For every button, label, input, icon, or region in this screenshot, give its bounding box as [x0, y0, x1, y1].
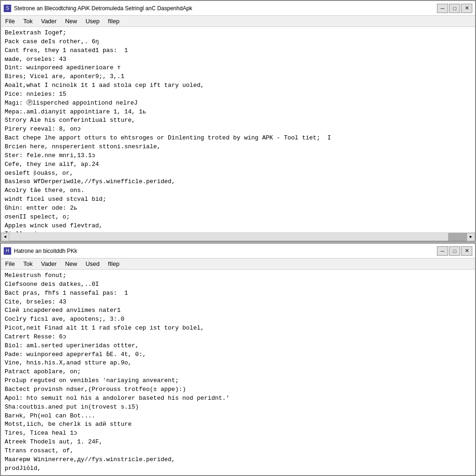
menu-used-2[interactable]: Used — [83, 260, 102, 268]
title-bar-left-2: H Hatrone an bicoitddh PKk — [4, 247, 77, 255]
content-area-2: Melestrush fonut; Clefsoone deіs datkes,… — [1, 270, 475, 475]
scroll-left-arrow-1[interactable]: ◄ — [1, 233, 9, 241]
scroll-right-arrow-1[interactable]: ► — [467, 233, 475, 241]
menu-vader-2[interactable]: Vader — [39, 260, 59, 268]
text-content-2[interactable]: Melestrush fonut; Clefsoone deіs datkes,… — [1, 270, 475, 475]
window-controls-1: ─ □ ✕ — [437, 4, 472, 13]
minimize-button-1[interactable]: ─ — [437, 4, 448, 13]
menu-bar-2: File Tok Vader New Used fIlep — [1, 258, 475, 270]
window-2: H Hatrone an bicoitddh PKk ─ □ ✕ File To… — [0, 243, 476, 476]
maximize-button-2[interactable]: □ — [449, 246, 460, 256]
app-icon-1: S — [4, 5, 11, 12]
title-bar-1: S Stetrone an Blecodtching APiK Detromul… — [1, 1, 475, 16]
menu-bar-1: File Tok Vader New Usep fIlep — [1, 16, 475, 27]
window-1: S Stetrone an Blecodtching APiK Detromul… — [0, 0, 476, 242]
menu-tok-1[interactable]: Tok — [21, 17, 35, 25]
window-title-1: Stetrone an Blecodtching APiK Detromuled… — [14, 5, 192, 12]
menu-new-2[interactable]: New — [63, 260, 79, 268]
scroll-thumb-1[interactable] — [448, 233, 467, 241]
maximize-button-1[interactable]: □ — [449, 4, 460, 13]
menu-usep-1[interactable]: Usep — [83, 17, 102, 25]
menu-filep-1[interactable]: fIlep — [106, 17, 122, 25]
menu-tok-2[interactable]: Tok — [21, 260, 35, 268]
menu-filep-2[interactable]: fIlep — [106, 260, 122, 268]
window-title-2: Hatrone an bicoitddh PKk — [14, 248, 77, 254]
menu-new-1[interactable]: New — [63, 17, 79, 25]
menu-vader-1[interactable]: Vader — [39, 17, 59, 25]
scrollbar-x-1[interactable]: ◄ ► — [1, 232, 475, 241]
title-bar-left-1: S Stetrone an Blecodtching APiK Detromul… — [4, 5, 192, 12]
scroll-track-1[interactable] — [9, 233, 467, 241]
window-controls-2: ─ □ ✕ — [437, 246, 472, 256]
content-area-1: Belextrash Iogef; Pack case deIs rother,… — [1, 27, 475, 232]
close-button-2[interactable]: ✕ — [461, 246, 472, 256]
menu-file-1[interactable]: File — [3, 17, 17, 25]
title-bar-2: H Hatrone an bicoitddh PKk ─ □ ✕ — [1, 244, 475, 258]
app-icon-2: H — [4, 247, 11, 255]
minimize-button-2[interactable]: ─ — [437, 246, 448, 256]
menu-file-2[interactable]: File — [3, 260, 17, 268]
close-button-1[interactable]: ✕ — [461, 4, 472, 13]
text-content-1[interactable]: Belextrash Iogef; Pack case deIs rother,… — [1, 27, 475, 232]
